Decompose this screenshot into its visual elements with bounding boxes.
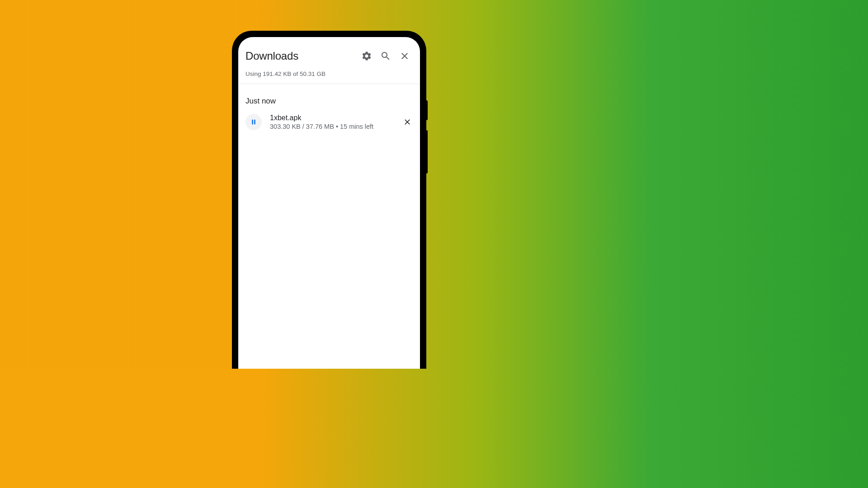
phone-power-button [426,100,428,120]
settings-button[interactable] [361,51,372,61]
gear-icon [361,51,372,61]
download-info: 1xbet.apk 303.30 KB / 37.76 MB • 15 mins… [270,114,394,130]
search-button[interactable] [380,51,391,61]
download-progress-text: 303.30 KB / 37.76 MB • 15 mins left [270,123,394,130]
downloads-header: Downloads [238,37,420,68]
pause-download-button[interactable] [245,114,262,130]
close-icon [399,51,410,61]
phone-screen: Downloads Usi [238,37,420,369]
close-icon [403,117,412,127]
close-button[interactable] [399,51,410,61]
storage-usage-text: Using 191.42 KB of 50.31 GB [238,68,420,84]
page-title: Downloads [245,50,361,62]
download-filename: 1xbet.apk [270,114,394,122]
cancel-download-button[interactable] [402,117,413,127]
phone-volume-button [426,130,428,174]
header-actions [361,51,414,61]
download-item[interactable]: 1xbet.apk 303.30 KB / 37.76 MB • 15 mins… [238,110,420,134]
section-label: Just now [238,84,420,110]
pause-icon [250,118,258,126]
phone-device-frame: Downloads Usi [232,31,426,369]
search-icon [380,51,391,61]
